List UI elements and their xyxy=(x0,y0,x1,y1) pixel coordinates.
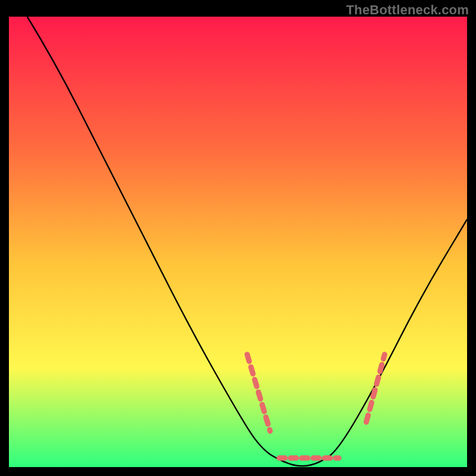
plot-background xyxy=(9,17,467,467)
watermark-label: TheBottleneck.com xyxy=(346,2,469,18)
chart-frame: TheBottleneck.com xyxy=(0,0,476,476)
bottleneck-chart xyxy=(0,0,476,476)
